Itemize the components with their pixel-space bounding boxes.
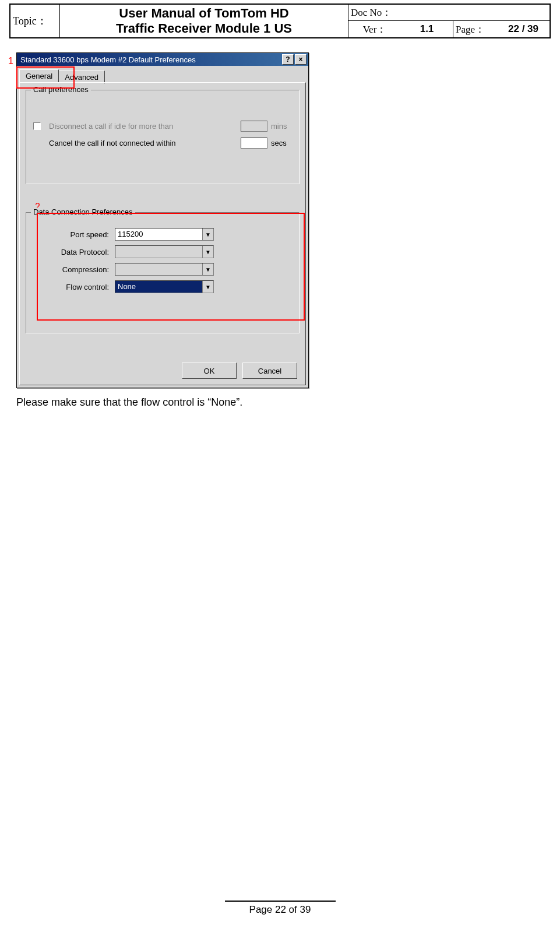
label-disconnect-idle: Disconnect a call if idle for more than xyxy=(45,122,241,131)
ok-button-label: OK xyxy=(204,367,215,375)
footer-rule xyxy=(225,901,336,902)
chevron-down-icon: ▼ xyxy=(202,263,213,275)
label-flow-control: Flow control: xyxy=(33,283,115,291)
input-cancel-call[interactable] xyxy=(241,138,267,149)
tab-general-label: General xyxy=(26,72,52,80)
cancel-button-label: Cancel xyxy=(258,367,281,375)
row-compression: Compression: ▼ xyxy=(33,263,292,276)
tab-page-general: Call preferences Disconnect a call if id… xyxy=(19,82,306,385)
footer-text: Page 22 of 39 xyxy=(249,904,311,915)
doc-title-line2: Traffic Receiver Module 1 US xyxy=(116,21,292,36)
tab-advanced[interactable]: Advanced xyxy=(58,71,105,83)
callout-1: 1 xyxy=(8,56,13,66)
ver-value: 1.1 xyxy=(401,21,453,37)
checkbox-disconnect-idle xyxy=(33,122,41,130)
row-data-protocol: Data Protocol: ▼ xyxy=(33,245,292,258)
combo-compression: ▼ xyxy=(115,263,214,276)
ver-label: Ver： xyxy=(348,21,401,37)
label-data-protocol: Data Protocol: xyxy=(33,248,115,256)
unit-secs: secs xyxy=(271,139,292,147)
doc-header: Topic： User Manual of TomTom HD Traffic … xyxy=(9,3,551,38)
unit-mins: mins xyxy=(271,122,292,131)
group-call-preferences: Call preferences Disconnect a call if id… xyxy=(26,90,300,184)
docno-label: Doc No： xyxy=(348,5,401,21)
page-label: Page： xyxy=(453,21,497,37)
doc-title-line1: User Manual of TomTom HD xyxy=(119,6,288,21)
group-data-connection-legend: Data Connection Preferences xyxy=(31,207,135,216)
cancel-button[interactable]: Cancel xyxy=(242,363,297,379)
dialog-titlebar: Standard 33600 bps Modem #2 Default Pref… xyxy=(17,53,308,66)
chevron-down-icon[interactable]: ▼ xyxy=(202,228,213,240)
row-disconnect-idle: Disconnect a call if idle for more than … xyxy=(33,121,292,132)
combo-flow-control[interactable]: None ▼ xyxy=(115,280,214,293)
doc-title: User Manual of TomTom HD Traffic Receive… xyxy=(60,5,348,37)
topic-label: Topic： xyxy=(10,5,60,37)
input-disconnect-idle xyxy=(241,121,267,132)
help-button[interactable]: ? xyxy=(282,54,294,65)
screenshot-figure: 1 2 Standard 33600 bps Modem #2 Default … xyxy=(16,52,314,388)
chevron-down-icon: ▼ xyxy=(202,246,213,258)
group-data-connection: Data Connection Preferences Port speed: … xyxy=(26,212,300,333)
ok-button[interactable]: OK xyxy=(182,363,237,379)
row-port-speed: Port speed: 115200 ▼ xyxy=(33,228,292,241)
group-call-preferences-legend: Call preferences xyxy=(31,85,91,94)
combo-data-protocol-value xyxy=(115,246,202,258)
combo-port-speed[interactable]: 115200 ▼ xyxy=(115,228,214,241)
chevron-down-icon[interactable]: ▼ xyxy=(202,281,213,293)
body-text: Please make sure that the flow control i… xyxy=(16,396,551,409)
preferences-dialog: Standard 33600 bps Modem #2 Default Pref… xyxy=(16,52,309,388)
combo-compression-value xyxy=(115,263,202,275)
combo-data-protocol: ▼ xyxy=(115,245,214,258)
dialog-title: Standard 33600 bps Modem #2 Default Pref… xyxy=(20,55,281,64)
dialog-button-row: OK Cancel xyxy=(182,363,297,379)
label-compression: Compression: xyxy=(33,265,115,274)
combo-port-speed-value: 115200 xyxy=(115,228,202,240)
row-cancel-call: Cancel the call if not connected within … xyxy=(33,138,292,149)
page-footer: Page 22 of 39 xyxy=(0,901,560,916)
row-flow-control: Flow control: None ▼ xyxy=(33,280,292,293)
combo-flow-control-value: None xyxy=(115,281,202,293)
tab-row: General Advanced xyxy=(17,66,308,82)
tab-advanced-label: Advanced xyxy=(65,73,98,82)
docno-value xyxy=(401,5,550,21)
label-cancel-call: Cancel the call if not connected within xyxy=(45,139,241,147)
tab-general[interactable]: General xyxy=(19,69,59,82)
page-value: 22 / 39 xyxy=(497,21,550,37)
label-port-speed: Port speed: xyxy=(33,230,115,239)
close-button[interactable]: × xyxy=(295,54,307,65)
